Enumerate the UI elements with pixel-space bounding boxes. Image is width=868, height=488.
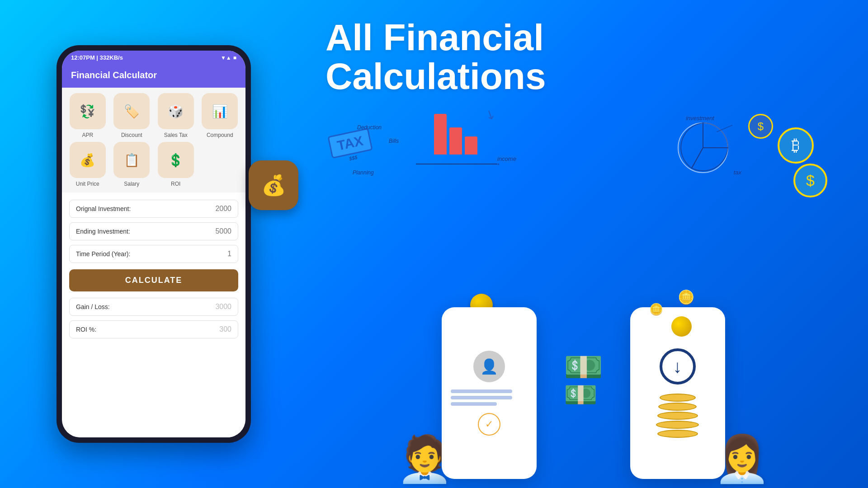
roi-percent-row: ROI %: 300 [69,320,238,338]
compound-icon: 📊 [202,93,238,129]
sales-tax-icon: 🎲 [158,93,194,129]
roi-label: ROI [171,181,180,187]
bills-label: Bills [389,136,399,145]
avatar-icon: 👤 [473,351,505,382]
illustration: TAX $$$ Deduction Bills Planning ↘ [326,109,841,479]
list-item[interactable]: 📋 Salary [112,142,152,187]
coin [656,421,699,429]
original-investment-row: Orignal Investment: 2000 [69,200,238,218]
list-item [200,142,241,187]
salary-icon: 📋 [113,142,150,178]
check-icon: ✓ [478,413,500,436]
coin [657,412,698,420]
coin [657,430,698,438]
time-period-label: Time Period (Year): [76,250,130,258]
list-item[interactable]: 💲 ROI [156,142,196,187]
ending-investment-label: Ending Investment: [76,228,130,235]
status-bar: 12:07PM | 332KB/s ▼▲■ [62,51,245,65]
phone-line [451,389,512,393]
coin [658,403,697,411]
illustration-phone-1: 👤 ✓ [442,307,537,479]
time-period-row: Time Period (Year): 1 [69,245,238,263]
bitcoin-icon: ₿ [778,127,814,164]
list-item[interactable]: 🏷️ Discount [112,93,152,138]
sales-tax-label: Sales Tax [164,132,188,138]
dollar-icon-large: $ [793,164,827,197]
bar-chart: ↘ [434,114,477,155]
discount-label: Discount [121,132,142,138]
income-label: income [497,155,516,163]
app-title: Financial Calculator [71,70,157,80]
tax-stamp: TAX $$$ [327,128,374,165]
illustration-phone-2-wrapper: 👩‍💼 ↓ 🪙 🪙 [630,307,725,479]
coin-stack [656,394,699,438]
compound-label: Compound [207,132,233,138]
gold-coin-floating-2: 🪙 [649,303,663,316]
discount-icon: 🏷️ [113,93,150,129]
gain-loss-row: Gain / Loss: 3000 [69,298,238,316]
headline: All Financial Calculations [326,18,841,96]
phones-row: 🧑‍💼 👤 ✓ 💵 💵 [442,307,725,479]
deduction-label: Deduction [357,123,382,131]
salary-label: Salary [124,181,139,187]
gain-loss-value: 3000 [215,303,231,311]
roi-percent-value: 300 [219,325,231,333]
status-icons: ▼▲■ [221,55,236,61]
form-area: Orignal Investment: 2000 Ending Investme… [62,192,245,437]
headline-line2: Calculations [326,57,841,96]
floating-app-icon: 💰 [249,160,298,210]
phone-line [451,402,497,406]
original-investment-label: Orignal Investment: [76,205,131,212]
roi-icon: 💲 [158,142,194,178]
apr-icon: 💱 [70,93,106,129]
dollar-icon-small: $ [748,114,773,139]
left-panel: 12:07PM | 332KB/s ▼▲■ Financial Calculat… [0,0,307,488]
gain-loss-label: Gain / Loss: [76,303,110,310]
pie-chart [674,118,732,177]
gold-coin-floating: 🪙 [678,289,694,305]
unit-price-label: Unit Price [76,181,99,187]
calculate-button[interactable]: CALCULATE [69,269,238,291]
phone-lines [451,389,528,406]
money-area: 💵 💵 [564,348,603,411]
calc-grid: 💱 APR 🏷️ Discount 🎲 Sales Tax 📊 Compound… [62,88,245,192]
right-panel: All Financial Calculations TAX $$$ Deduc… [307,0,868,488]
person-right-figure: 👩‍💼 [714,436,770,481]
unit-price-icon: 💰 [70,142,106,178]
ending-investment-row: Ending Investment: 5000 [69,222,238,240]
time-period-value: 1 [227,250,231,258]
list-item[interactable]: 💱 APR [67,93,108,138]
coin [660,394,696,402]
status-time: 12:07PM | 332KB/s [71,54,123,61]
money-notes-icon-2: 💵 [564,379,603,411]
list-item[interactable]: 📊 Compound [200,93,241,138]
tax-sketch-label: tax [734,168,741,176]
list-item[interactable]: 💰 Unit Price [67,142,108,187]
list-item[interactable]: 🎲 Sales Tax [156,93,196,138]
app-header: Financial Calculator [62,65,245,88]
phone-line [451,396,512,399]
roi-percent-label: ROI %: [76,326,96,333]
ending-investment-value: 5000 [215,227,231,235]
original-investment-value: 2000 [215,205,231,213]
headline-line1: All Financial [326,18,841,57]
illustration-phone-1-wrapper: 🧑‍💼 👤 ✓ [442,307,537,479]
gold-coin-3 [671,316,692,337]
apr-label: APR [82,132,93,138]
planning-label: Planning [353,168,374,176]
download-arrow-icon: ↓ [660,348,696,385]
tax-text: TAX [336,133,364,153]
chart-line: → [416,164,497,164]
phone-mockup: 12:07PM | 332KB/s ▼▲■ Financial Calculat… [57,45,251,443]
